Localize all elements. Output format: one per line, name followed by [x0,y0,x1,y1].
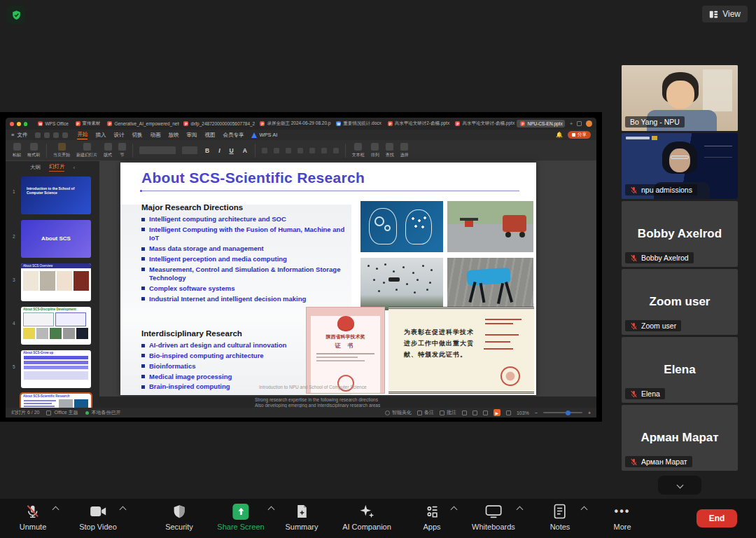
reading-view-icon[interactable] [483,411,488,415]
participant-tile-npu-admissions[interactable]: npu admissions [622,133,738,199]
numbered-list-icon[interactable] [309,148,315,153]
align-center-icon[interactable] [274,148,279,153]
slide-thumbnail-3[interactable]: About SCS Overview [21,263,91,301]
doc-tab-dxfp[interactable]: Pdxfp_2487200000005607784_2 [180,120,255,127]
account-avatar[interactable] [586,120,592,127]
menu-member[interactable]: 会员专享 [223,132,244,139]
new-tab-button[interactable]: + [570,120,573,127]
ribbon-textbox-button[interactable]: 文本框 [352,143,365,158]
zoom-percentage[interactable]: 103% [517,411,529,415]
macos-close-button[interactable] [10,122,14,126]
share-screen-button[interactable]: Share Screen [217,503,264,531]
summary-button[interactable]: Summary [285,503,318,531]
slide-sorter-icon[interactable] [472,411,477,415]
ribbon-new-slide-button[interactable]: 新建幻灯片 [76,143,97,158]
redo-icon[interactable] [62,132,68,138]
zoom-out-button[interactable]: − [535,411,538,415]
notes-toggle-button[interactable]: 备注 [417,409,434,416]
ribbon-play-from-page-button[interactable]: 当页开始 [53,143,70,158]
notes-button[interactable]: Notes [550,503,570,531]
tab-outline[interactable]: 大纲 [30,164,41,171]
ribbon-layout-button[interactable]: 版式 [104,143,112,158]
speaker-notes-panel[interactable]: Strong research expertise in the followi… [99,396,596,408]
menu-insert[interactable]: 插入 [95,132,106,139]
collapse-panel-icon[interactable]: ‹ [73,165,75,171]
doc-tab-recording[interactable]: P录屏全能王 2024-06-29 08.20.p [256,119,332,128]
doc-tab-stats-docx[interactable]: W重要情况统计.docx [332,119,384,128]
ribbon-arrange-button[interactable]: 排列 [371,143,379,158]
italic-button[interactable]: I [217,147,221,154]
slide-thumbnail-5[interactable]: About SCS-Grow up [21,350,91,388]
line-spacing-icon[interactable] [298,148,303,153]
normal-view-icon[interactable] [462,411,467,415]
fit-slide-icon[interactable] [506,411,511,415]
ribbon-paste-button[interactable]: 粘贴 [13,143,21,158]
slideshow-play-button[interactable]: ▶ [493,409,500,416]
menu-wps-ai[interactable]: WPS AI [259,132,277,138]
security-button[interactable]: Security [165,503,193,531]
slide-thumbnail-2[interactable]: About SCS [21,220,91,258]
doc-tab-generative-ai[interactable]: PGenerative_AI_empowered_netw... [104,120,179,127]
menu-animation[interactable]: 动画 [150,132,160,139]
zoom-in-button[interactable]: + [588,411,591,415]
slide-thumbnail-4[interactable]: About SCS-Discipline Development [21,307,91,345]
doc-tab-thesis[interactable]: P高水平论文研讨-俞楠.pptx [451,119,516,128]
save-icon[interactable] [35,132,41,138]
stop-video-button[interactable]: Stop Video [79,503,117,531]
hamburger-icon[interactable]: ≡ [11,132,14,138]
notification-bell-icon[interactable]: 🔔 [556,132,563,138]
undo-icon[interactable] [53,132,59,138]
ribbon-select-button[interactable]: 选择 [400,143,409,158]
participant-tile-bo-yang[interactable]: Bo Yang - NPU [622,65,738,131]
menu-view[interactable]: 视图 [204,132,215,139]
menu-transition[interactable]: 切换 [132,132,142,139]
ribbon-find-button[interactable]: 查找 [386,143,394,158]
font-size-dropdown[interactable] [182,146,197,154]
tab-slides[interactable]: 幻灯片 [49,163,65,172]
share-document-badge[interactable]: 分享 [568,131,591,139]
slide-thumbnail-1[interactable]: Introduction to the School of Computer S… [21,177,91,214]
meeting-security-badge[interactable] [7,6,25,24]
align-left-icon[interactable] [262,148,267,153]
more-button[interactable]: ••• More [613,503,631,531]
zoom-slider-thumb[interactable] [566,411,570,415]
zoom-slider[interactable] [543,412,582,413]
menu-review[interactable]: 审阅 [186,132,197,139]
font-name-dropdown[interactable] [139,146,176,154]
unmute-button[interactable]: Unmute [20,503,47,531]
menu-slideshow[interactable]: 放映 [168,132,178,139]
ribbon-section-button[interactable]: 节 [118,143,126,158]
menu-design[interactable]: 设计 [113,132,124,139]
doc-tab-wps-office[interactable]: WWPS Office [34,120,71,127]
align-right-icon[interactable] [286,148,291,153]
whiteboards-button[interactable]: Whiteboards [472,503,515,531]
ribbon-format-painter-button[interactable]: 格式刷 [27,143,40,158]
participants-scroll-down-button[interactable] [658,476,701,495]
menu-file[interactable]: 文件 [17,132,27,139]
doc-tab-npu-cs-en[interactable]: PNPU-CS-EN.pptx [517,120,564,127]
smart-beautify-button[interactable]: 智能美化 [385,409,412,416]
underline-button[interactable]: U [228,147,235,154]
bullet-list-icon[interactable] [321,148,327,153]
indent-icon[interactable] [333,148,339,153]
participant-tile-bobby-axelrod[interactable]: Bobby Axelrod Bobby Axelrod [622,201,738,267]
view-button[interactable]: View [702,6,748,22]
ai-companion-button[interactable]: AI Companion [342,503,391,531]
participant-tile-arman-marat[interactable]: Арман Марат Арман Марат [622,405,738,471]
participant-tile-elena[interactable]: Elena Elena [622,337,738,403]
backup-indicator[interactable]: 本地备份已开 [85,409,121,416]
participant-tile-zoom-user[interactable]: Zoom user Zoom user [622,269,738,335]
print-icon[interactable] [44,132,50,138]
theme-indicator[interactable]: Office 主题 [46,409,78,416]
layout-toggle-icon[interactable] [577,121,582,126]
comments-toggle-button[interactable]: 批注 [440,409,456,416]
bold-button[interactable]: B [204,147,211,154]
macos-zoom-button[interactable] [24,122,28,126]
current-slide[interactable]: About SCS-Scientific Research Major Rese… [120,163,536,395]
end-meeting-button[interactable]: End [696,509,737,527]
doc-tab-thesis2[interactable]: P高水平论文研讨2-俞楠.pptx [384,119,451,128]
menu-home[interactable]: 开始 [77,131,88,139]
macos-minimize-button[interactable] [17,122,21,126]
font-color-button[interactable]: A [241,147,248,154]
apps-button[interactable]: Apps [423,503,440,531]
